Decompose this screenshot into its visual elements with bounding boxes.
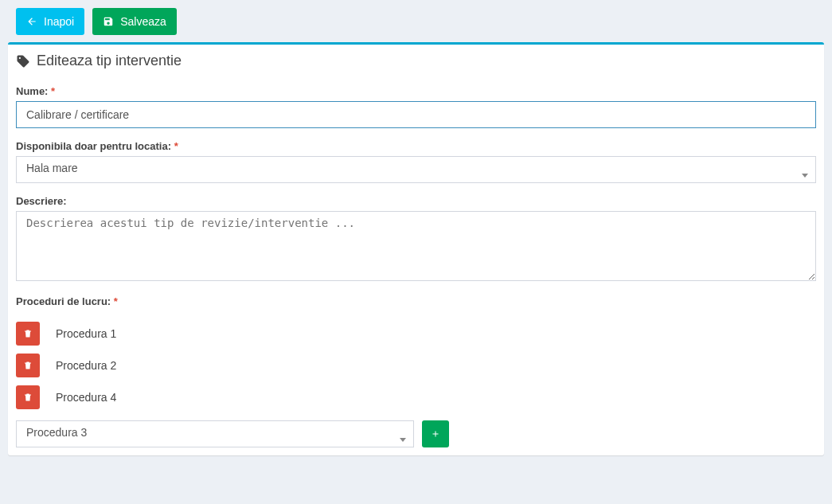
procedures-list: Procedura 1 Procedura 2 xyxy=(16,322,816,409)
list-item: Procedura 2 xyxy=(16,354,816,377)
plus-icon xyxy=(431,429,440,439)
save-button-label: Salveaza xyxy=(120,14,166,29)
name-group: Nume: * xyxy=(16,85,816,128)
add-procedure-button[interactable] xyxy=(422,420,449,447)
name-label-text: Nume: xyxy=(16,85,48,97)
location-selected-value: Hala mare xyxy=(16,156,816,183)
back-button[interactable]: Inapoi xyxy=(16,8,84,35)
trash-icon xyxy=(23,329,33,338)
description-group: Descriere: xyxy=(16,195,816,283)
card-header: Editeaza tip interventie xyxy=(8,45,824,77)
back-button-label: Inapoi xyxy=(44,14,74,29)
procedures-group: Proceduri de lucru: * Procedura 1 xyxy=(16,295,816,447)
location-label-text: Disponibila doar pentru locatia: xyxy=(16,140,171,152)
toolbar: Inapoi Salveaza xyxy=(8,8,824,42)
procedure-add-row: Procedura 3 xyxy=(16,420,816,447)
procedure-select[interactable]: Procedura 3 xyxy=(16,420,414,447)
required-mark: * xyxy=(51,85,55,97)
procedure-label: Procedura 2 xyxy=(56,359,116,372)
name-label: Nume: * xyxy=(16,85,816,97)
required-mark: * xyxy=(174,140,178,152)
trash-icon xyxy=(23,393,33,402)
required-mark: * xyxy=(114,295,118,307)
list-item: Procedura 1 xyxy=(16,322,816,346)
procedures-label: Proceduri de lucru: * xyxy=(16,295,816,307)
arrow-left-icon xyxy=(26,16,37,27)
tag-icon xyxy=(16,54,30,68)
location-group: Disponibila doar pentru locatia: * Hala … xyxy=(16,140,816,183)
description-label: Descriere: xyxy=(16,195,816,207)
list-item: Procedura 4 xyxy=(16,385,816,409)
delete-procedure-button[interactable] xyxy=(16,385,40,409)
location-label: Disponibila doar pentru locatia: * xyxy=(16,140,816,152)
name-input[interactable] xyxy=(16,101,816,128)
procedure-label: Procedura 1 xyxy=(56,327,116,340)
trash-icon xyxy=(23,361,33,370)
procedure-label: Procedura 4 xyxy=(56,391,116,404)
edit-card: Editeaza tip interventie Nume: * Disponi… xyxy=(8,42,824,455)
page-title: Editeaza tip interventie xyxy=(37,53,182,69)
description-input[interactable] xyxy=(16,211,816,281)
procedures-label-text: Proceduri de lucru: xyxy=(16,295,111,307)
save-icon xyxy=(103,16,114,27)
delete-procedure-button[interactable] xyxy=(16,322,40,346)
save-button[interactable]: Salveaza xyxy=(92,8,177,35)
location-select[interactable]: Hala mare xyxy=(16,156,816,183)
delete-procedure-button[interactable] xyxy=(16,354,40,377)
procedure-select-value: Procedura 3 xyxy=(16,420,414,447)
